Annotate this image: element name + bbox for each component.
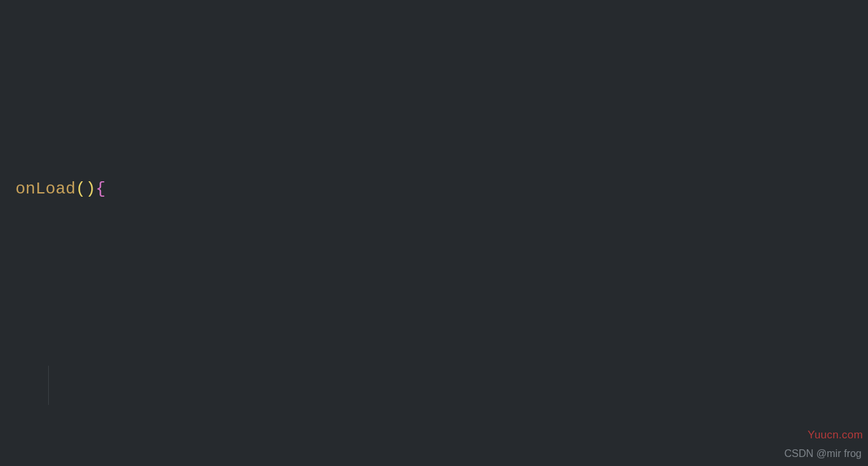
token-paren-close: ) xyxy=(85,170,96,209)
code-line: onLoad(){ xyxy=(15,170,868,209)
indent-guide xyxy=(48,366,49,405)
token-brace-open: { xyxy=(96,170,106,209)
token-paren-open: ( xyxy=(76,170,86,209)
watermark-csdn: CSDN @mir frog xyxy=(784,448,862,460)
code-line-blank xyxy=(15,366,868,405)
token-method-name: onLoad xyxy=(15,170,76,209)
code-editor[interactable]: onLoad(){ var that=this var that=this wx… xyxy=(0,0,868,466)
watermark-site: Yuucn.com xyxy=(808,429,863,442)
